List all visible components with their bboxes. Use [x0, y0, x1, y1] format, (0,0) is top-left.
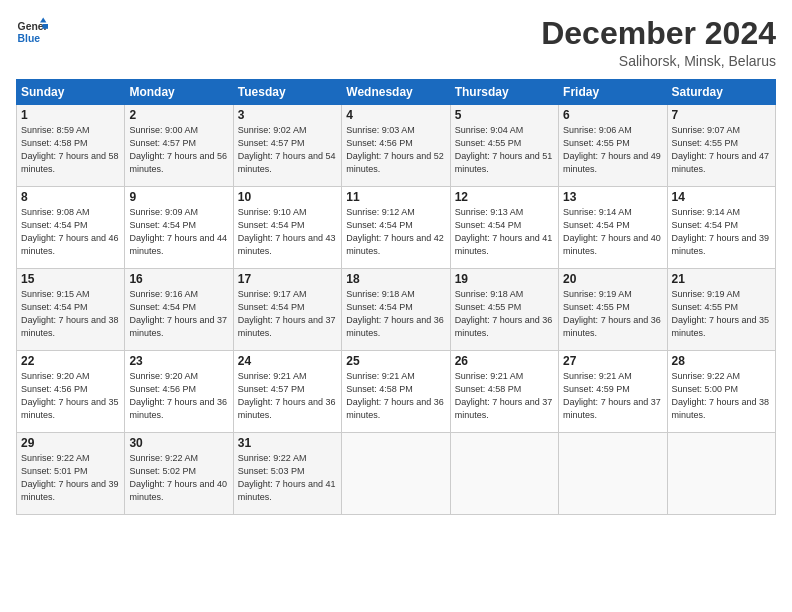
header-friday: Friday [559, 80, 667, 105]
table-row: 5 Sunrise: 9:04 AMSunset: 4:55 PMDayligh… [450, 105, 558, 187]
day-number: 22 [21, 354, 120, 368]
table-row [559, 433, 667, 515]
day-info: Sunrise: 9:10 AMSunset: 4:54 PMDaylight:… [238, 206, 337, 258]
day-number: 18 [346, 272, 445, 286]
day-info: Sunrise: 9:06 AMSunset: 4:55 PMDaylight:… [563, 124, 662, 176]
day-number: 25 [346, 354, 445, 368]
table-row: 21 Sunrise: 9:19 AMSunset: 4:55 PMDaylig… [667, 269, 775, 351]
header-tuesday: Tuesday [233, 80, 341, 105]
table-row: 13 Sunrise: 9:14 AMSunset: 4:54 PMDaylig… [559, 187, 667, 269]
table-row: 26 Sunrise: 9:21 AMSunset: 4:58 PMDaylig… [450, 351, 558, 433]
table-row: 15 Sunrise: 9:15 AMSunset: 4:54 PMDaylig… [17, 269, 125, 351]
day-number: 9 [129, 190, 228, 204]
table-row: 24 Sunrise: 9:21 AMSunset: 4:57 PMDaylig… [233, 351, 341, 433]
day-info: Sunrise: 9:21 AMSunset: 4:57 PMDaylight:… [238, 370, 337, 422]
day-number: 24 [238, 354, 337, 368]
day-info: Sunrise: 9:18 AMSunset: 4:54 PMDaylight:… [346, 288, 445, 340]
calendar: Sunday Monday Tuesday Wednesday Thursday… [16, 79, 776, 515]
table-row: 16 Sunrise: 9:16 AMSunset: 4:54 PMDaylig… [125, 269, 233, 351]
day-info: Sunrise: 9:21 AMSunset: 4:59 PMDaylight:… [563, 370, 662, 422]
table-row: 12 Sunrise: 9:13 AMSunset: 4:54 PMDaylig… [450, 187, 558, 269]
day-info: Sunrise: 9:22 AMSunset: 5:01 PMDaylight:… [21, 452, 120, 504]
day-info: Sunrise: 9:14 AMSunset: 4:54 PMDaylight:… [672, 206, 771, 258]
day-info: Sunrise: 9:20 AMSunset: 4:56 PMDaylight:… [21, 370, 120, 422]
day-info: Sunrise: 9:02 AMSunset: 4:57 PMDaylight:… [238, 124, 337, 176]
table-row: 9 Sunrise: 9:09 AMSunset: 4:54 PMDayligh… [125, 187, 233, 269]
day-number: 14 [672, 190, 771, 204]
day-number: 8 [21, 190, 120, 204]
day-info: Sunrise: 9:03 AMSunset: 4:56 PMDaylight:… [346, 124, 445, 176]
table-row: 31 Sunrise: 9:22 AMSunset: 5:03 PMDaylig… [233, 433, 341, 515]
day-info: Sunrise: 9:22 AMSunset: 5:02 PMDaylight:… [129, 452, 228, 504]
weekday-header-row: Sunday Monday Tuesday Wednesday Thursday… [17, 80, 776, 105]
day-info: Sunrise: 9:14 AMSunset: 4:54 PMDaylight:… [563, 206, 662, 258]
table-row: 2 Sunrise: 9:00 AMSunset: 4:57 PMDayligh… [125, 105, 233, 187]
table-row: 22 Sunrise: 9:20 AMSunset: 4:56 PMDaylig… [17, 351, 125, 433]
day-info: Sunrise: 9:15 AMSunset: 4:54 PMDaylight:… [21, 288, 120, 340]
table-row: 7 Sunrise: 9:07 AMSunset: 4:55 PMDayligh… [667, 105, 775, 187]
table-row: 14 Sunrise: 9:14 AMSunset: 4:54 PMDaylig… [667, 187, 775, 269]
day-number: 1 [21, 108, 120, 122]
table-row: 29 Sunrise: 9:22 AMSunset: 5:01 PMDaylig… [17, 433, 125, 515]
table-row: 27 Sunrise: 9:21 AMSunset: 4:59 PMDaylig… [559, 351, 667, 433]
day-info: Sunrise: 9:09 AMSunset: 4:54 PMDaylight:… [129, 206, 228, 258]
day-info: Sunrise: 9:13 AMSunset: 4:54 PMDaylight:… [455, 206, 554, 258]
table-row: 17 Sunrise: 9:17 AMSunset: 4:54 PMDaylig… [233, 269, 341, 351]
day-number: 4 [346, 108, 445, 122]
table-row: 8 Sunrise: 9:08 AMSunset: 4:54 PMDayligh… [17, 187, 125, 269]
header-saturday: Saturday [667, 80, 775, 105]
table-row: 4 Sunrise: 9:03 AMSunset: 4:56 PMDayligh… [342, 105, 450, 187]
day-info: Sunrise: 9:12 AMSunset: 4:54 PMDaylight:… [346, 206, 445, 258]
table-row: 6 Sunrise: 9:06 AMSunset: 4:55 PMDayligh… [559, 105, 667, 187]
table-row: 30 Sunrise: 9:22 AMSunset: 5:02 PMDaylig… [125, 433, 233, 515]
day-info: Sunrise: 9:17 AMSunset: 4:54 PMDaylight:… [238, 288, 337, 340]
header-monday: Monday [125, 80, 233, 105]
table-row: 18 Sunrise: 9:18 AMSunset: 4:54 PMDaylig… [342, 269, 450, 351]
table-row: 28 Sunrise: 9:22 AMSunset: 5:00 PMDaylig… [667, 351, 775, 433]
table-row [667, 433, 775, 515]
day-number: 15 [21, 272, 120, 286]
table-row [342, 433, 450, 515]
day-info: Sunrise: 9:22 AMSunset: 5:00 PMDaylight:… [672, 370, 771, 422]
day-info: Sunrise: 9:19 AMSunset: 4:55 PMDaylight:… [563, 288, 662, 340]
day-info: Sunrise: 9:08 AMSunset: 4:54 PMDaylight:… [21, 206, 120, 258]
logo: General Blue [16, 16, 48, 48]
table-row: 19 Sunrise: 9:18 AMSunset: 4:55 PMDaylig… [450, 269, 558, 351]
title-block: December 2024 Salihorsk, Minsk, Belarus [541, 16, 776, 69]
location: Salihorsk, Minsk, Belarus [541, 53, 776, 69]
day-info: Sunrise: 9:21 AMSunset: 4:58 PMDaylight:… [346, 370, 445, 422]
logo-icon: General Blue [16, 16, 48, 48]
day-info: Sunrise: 9:20 AMSunset: 4:56 PMDaylight:… [129, 370, 228, 422]
day-number: 13 [563, 190, 662, 204]
svg-text:Blue: Blue [18, 33, 41, 44]
day-number: 26 [455, 354, 554, 368]
day-number: 28 [672, 354, 771, 368]
day-number: 23 [129, 354, 228, 368]
day-number: 7 [672, 108, 771, 122]
day-number: 31 [238, 436, 337, 450]
header-thursday: Thursday [450, 80, 558, 105]
table-row: 3 Sunrise: 9:02 AMSunset: 4:57 PMDayligh… [233, 105, 341, 187]
day-number: 10 [238, 190, 337, 204]
page: General Blue December 2024 Salihorsk, Mi… [0, 0, 792, 612]
day-number: 5 [455, 108, 554, 122]
svg-marker-2 [40, 18, 46, 23]
day-info: Sunrise: 9:19 AMSunset: 4:55 PMDaylight:… [672, 288, 771, 340]
day-info: Sunrise: 9:07 AMSunset: 4:55 PMDaylight:… [672, 124, 771, 176]
day-number: 29 [21, 436, 120, 450]
svg-marker-3 [42, 24, 48, 29]
table-row [450, 433, 558, 515]
day-number: 17 [238, 272, 337, 286]
day-number: 20 [563, 272, 662, 286]
day-number: 3 [238, 108, 337, 122]
day-info: Sunrise: 9:22 AMSunset: 5:03 PMDaylight:… [238, 452, 337, 504]
month-title: December 2024 [541, 16, 776, 51]
day-info: Sunrise: 9:04 AMSunset: 4:55 PMDaylight:… [455, 124, 554, 176]
day-number: 2 [129, 108, 228, 122]
day-info: Sunrise: 9:16 AMSunset: 4:54 PMDaylight:… [129, 288, 228, 340]
day-info: Sunrise: 9:21 AMSunset: 4:58 PMDaylight:… [455, 370, 554, 422]
day-number: 12 [455, 190, 554, 204]
header-sunday: Sunday [17, 80, 125, 105]
day-info: Sunrise: 8:59 AMSunset: 4:58 PMDaylight:… [21, 124, 120, 176]
header: General Blue December 2024 Salihorsk, Mi… [16, 16, 776, 69]
